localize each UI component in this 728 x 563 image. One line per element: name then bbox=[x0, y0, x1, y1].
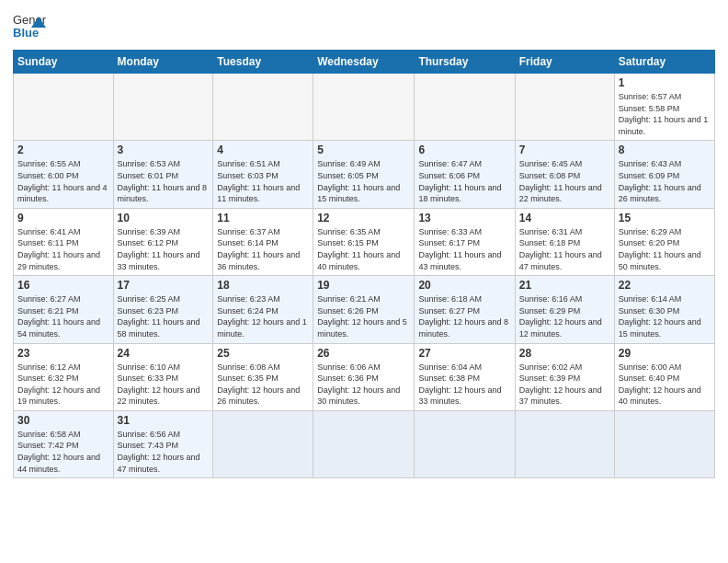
day-info: Sunrise: 6:08 AM Sunset: 6:35 PM Dayligh… bbox=[217, 362, 309, 408]
day-number: 24 bbox=[118, 347, 210, 360]
weekday-friday: Friday bbox=[515, 51, 614, 74]
day-cell: 15Sunrise: 6:29 AM Sunset: 6:20 PM Dayli… bbox=[614, 208, 714, 275]
day-info: Sunrise: 6:43 AM Sunset: 6:09 PM Dayligh… bbox=[619, 158, 711, 204]
day-info: Sunrise: 6:31 AM Sunset: 6:18 PM Dayligh… bbox=[519, 226, 610, 272]
day-info: Sunrise: 6:14 AM Sunset: 6:30 PM Dayligh… bbox=[619, 293, 711, 339]
day-info: Sunrise: 6:27 AM Sunset: 6:21 PM Dayligh… bbox=[17, 293, 109, 339]
day-cell: 25Sunrise: 6:08 AM Sunset: 6:35 PM Dayli… bbox=[213, 343, 313, 410]
day-number: 15 bbox=[619, 212, 711, 224]
day-number: 22 bbox=[619, 279, 711, 292]
day-cell: 9Sunrise: 6:41 AM Sunset: 6:11 PM Daylig… bbox=[14, 208, 114, 275]
day-cell: 2Sunrise: 6:55 AM Sunset: 6:00 PM Daylig… bbox=[14, 141, 114, 208]
day-cell bbox=[213, 410, 313, 477]
day-number: 17 bbox=[118, 279, 210, 292]
day-info: Sunrise: 6:41 AM Sunset: 6:11 PM Dayligh… bbox=[17, 226, 109, 272]
day-cell: 31Sunrise: 6:56 AM Sunset: 7:43 PM Dayli… bbox=[113, 410, 213, 477]
week-row-5: 23Sunrise: 6:12 AM Sunset: 6:32 PM Dayli… bbox=[14, 343, 715, 410]
day-number: 14 bbox=[519, 212, 610, 224]
day-cell: 30Sunrise: 6:58 AM Sunset: 7:42 PM Dayli… bbox=[14, 410, 114, 477]
day-cell: 29Sunrise: 6:00 AM Sunset: 6:40 PM Dayli… bbox=[614, 343, 714, 410]
day-number: 8 bbox=[619, 144, 711, 156]
day-number: 2 bbox=[17, 144, 109, 156]
day-cell bbox=[415, 74, 515, 141]
day-cell: 7Sunrise: 6:45 AM Sunset: 6:08 PM Daylig… bbox=[515, 141, 614, 208]
day-info: Sunrise: 6:39 AM Sunset: 6:12 PM Dayligh… bbox=[118, 226, 210, 272]
day-info: Sunrise: 6:29 AM Sunset: 6:20 PM Dayligh… bbox=[619, 226, 711, 272]
day-cell: 16Sunrise: 6:27 AM Sunset: 6:21 PM Dayli… bbox=[14, 276, 114, 343]
day-number: 18 bbox=[217, 279, 309, 292]
day-number: 10 bbox=[118, 212, 210, 224]
day-info: Sunrise: 6:47 AM Sunset: 6:06 PM Dayligh… bbox=[418, 158, 510, 204]
day-cell: 18Sunrise: 6:23 AM Sunset: 6:24 PM Dayli… bbox=[213, 276, 313, 343]
day-cell: 1Sunrise: 6:57 AM Sunset: 5:58 PM Daylig… bbox=[614, 74, 714, 141]
svg-text:Blue: Blue bbox=[13, 26, 39, 40]
day-number: 16 bbox=[17, 279, 109, 292]
day-number: 31 bbox=[118, 414, 210, 427]
day-number: 5 bbox=[317, 144, 410, 156]
day-cell bbox=[113, 74, 213, 141]
day-info: Sunrise: 6:00 AM Sunset: 6:40 PM Dayligh… bbox=[619, 362, 711, 408]
day-cell: 14Sunrise: 6:31 AM Sunset: 6:18 PM Dayli… bbox=[515, 208, 614, 275]
day-number: 20 bbox=[418, 279, 510, 292]
day-info: Sunrise: 6:57 AM Sunset: 5:58 PM Dayligh… bbox=[619, 91, 711, 137]
day-cell bbox=[213, 74, 313, 141]
day-number: 26 bbox=[317, 347, 410, 360]
day-info: Sunrise: 6:45 AM Sunset: 6:08 PM Dayligh… bbox=[519, 158, 610, 204]
day-info: Sunrise: 6:51 AM Sunset: 6:03 PM Dayligh… bbox=[217, 158, 309, 204]
day-cell: 23Sunrise: 6:12 AM Sunset: 6:32 PM Dayli… bbox=[14, 343, 114, 410]
day-info: Sunrise: 6:06 AM Sunset: 6:36 PM Dayligh… bbox=[317, 362, 410, 408]
page: General Blue SundayMondayTuesdayWednesda… bbox=[0, 0, 728, 563]
day-number: 6 bbox=[418, 144, 510, 156]
day-cell: 6Sunrise: 6:47 AM Sunset: 6:06 PM Daylig… bbox=[415, 141, 515, 208]
week-row-6: 30Sunrise: 6:58 AM Sunset: 7:42 PM Dayli… bbox=[14, 410, 715, 477]
day-info: Sunrise: 6:55 AM Sunset: 6:00 PM Dayligh… bbox=[17, 158, 109, 204]
day-cell bbox=[313, 74, 415, 141]
day-number: 4 bbox=[217, 144, 309, 156]
day-cell bbox=[14, 74, 114, 141]
day-info: Sunrise: 6:56 AM Sunset: 7:43 PM Dayligh… bbox=[118, 429, 210, 475]
day-cell bbox=[415, 410, 515, 477]
day-cell: 27Sunrise: 6:04 AM Sunset: 6:38 PM Dayli… bbox=[415, 343, 515, 410]
day-cell: 19Sunrise: 6:21 AM Sunset: 6:26 PM Dayli… bbox=[313, 276, 415, 343]
day-number: 9 bbox=[17, 212, 109, 224]
logo: General Blue bbox=[13, 9, 46, 42]
day-info: Sunrise: 6:37 AM Sunset: 6:14 PM Dayligh… bbox=[217, 226, 309, 272]
day-cell bbox=[515, 410, 614, 477]
day-cell: 20Sunrise: 6:18 AM Sunset: 6:27 PM Dayli… bbox=[415, 276, 515, 343]
day-cell bbox=[313, 410, 415, 477]
day-number: 12 bbox=[317, 212, 410, 224]
day-number: 25 bbox=[217, 347, 309, 360]
header: General Blue bbox=[13, 9, 715, 42]
day-cell: 3Sunrise: 6:53 AM Sunset: 6:01 PM Daylig… bbox=[113, 141, 213, 208]
weekday-monday: Monday bbox=[113, 51, 213, 74]
weekday-sunday: Sunday bbox=[14, 51, 114, 74]
day-info: Sunrise: 6:12 AM Sunset: 6:32 PM Dayligh… bbox=[17, 362, 109, 408]
day-number: 28 bbox=[519, 347, 610, 360]
day-info: Sunrise: 6:23 AM Sunset: 6:24 PM Dayligh… bbox=[217, 293, 309, 339]
day-cell: 8Sunrise: 6:43 AM Sunset: 6:09 PM Daylig… bbox=[614, 141, 714, 208]
weekday-thursday: Thursday bbox=[415, 51, 515, 74]
weekday-wednesday: Wednesday bbox=[313, 51, 415, 74]
day-cell: 24Sunrise: 6:10 AM Sunset: 6:33 PM Dayli… bbox=[113, 343, 213, 410]
weekday-header-row: SundayMondayTuesdayWednesdayThursdayFrid… bbox=[14, 51, 715, 74]
day-number: 30 bbox=[17, 414, 109, 427]
day-cell: 13Sunrise: 6:33 AM Sunset: 6:17 PM Dayli… bbox=[415, 208, 515, 275]
week-row-1: 1Sunrise: 6:57 AM Sunset: 5:58 PM Daylig… bbox=[14, 74, 715, 141]
day-number: 19 bbox=[317, 279, 410, 292]
calendar-table: SundayMondayTuesdayWednesdayThursdayFrid… bbox=[13, 50, 715, 478]
day-info: Sunrise: 6:49 AM Sunset: 6:05 PM Dayligh… bbox=[317, 158, 410, 204]
day-cell bbox=[515, 74, 614, 141]
day-info: Sunrise: 6:25 AM Sunset: 6:23 PM Dayligh… bbox=[118, 293, 210, 339]
day-info: Sunrise: 6:53 AM Sunset: 6:01 PM Dayligh… bbox=[118, 158, 210, 204]
day-number: 3 bbox=[118, 144, 210, 156]
day-number: 7 bbox=[519, 144, 610, 156]
day-number: 1 bbox=[619, 76, 711, 89]
day-info: Sunrise: 6:21 AM Sunset: 6:26 PM Dayligh… bbox=[317, 293, 410, 339]
weekday-tuesday: Tuesday bbox=[213, 51, 313, 74]
day-info: Sunrise: 6:04 AM Sunset: 6:38 PM Dayligh… bbox=[418, 362, 510, 408]
day-info: Sunrise: 6:58 AM Sunset: 7:42 PM Dayligh… bbox=[17, 429, 109, 475]
day-info: Sunrise: 6:35 AM Sunset: 6:15 PM Dayligh… bbox=[317, 226, 410, 272]
day-info: Sunrise: 6:10 AM Sunset: 6:33 PM Dayligh… bbox=[118, 362, 210, 408]
weekday-saturday: Saturday bbox=[614, 51, 714, 74]
day-number: 11 bbox=[217, 212, 309, 224]
